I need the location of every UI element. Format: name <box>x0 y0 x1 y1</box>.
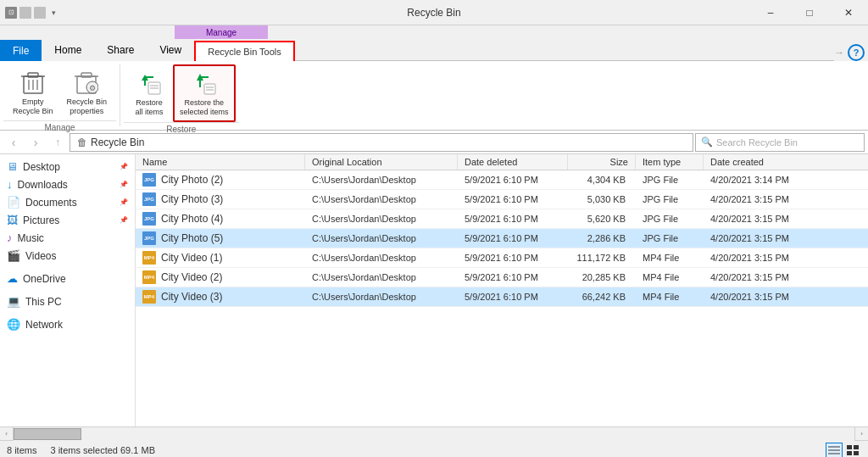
file-cell-size: 20,285 KB <box>568 270 636 285</box>
file-cell-size: 111,172 KB <box>568 250 636 265</box>
details-view-button[interactable] <box>826 443 843 458</box>
close-button[interactable]: ✕ <box>829 0 868 25</box>
search-icon: 🔍 <box>701 137 713 148</box>
sidebar-item-downloads[interactable]: ↓ Downloads 📌 <box>0 176 135 193</box>
file-cell-type: MP4 File <box>636 270 704 285</box>
manage-group-label: Manage <box>3 120 116 132</box>
recycle-properties-button[interactable]: ⚙ Recycle Binproperties <box>61 64 114 120</box>
file-cell-name: MP4 City Video (2) <box>136 268 305 287</box>
col-type[interactable]: Item type <box>636 154 704 170</box>
file-cell-size: 2,286 KB <box>568 231 636 246</box>
file-cell-created: 4/20/2021 3:15 PM <box>704 250 814 265</box>
file-cell-name: MP4 City Video (1) <box>136 248 305 267</box>
properties-icon: ⚙ <box>73 69 100 96</box>
file-cell-location: C:\Users\Jordan\Desktop <box>305 211 458 226</box>
empty-recycle-bin-button[interactable]: EmptyRecycle Bin <box>7 64 59 120</box>
sidebar-item-documents[interactable]: 📄 Documents 📌 <box>0 193 135 211</box>
file-cell-location: C:\Users\Jordan\Desktop <box>305 270 458 285</box>
table-row[interactable]: MP4 City Video (3) C:\Users\Jordan\Deskt… <box>136 287 868 307</box>
sidebar-item-network[interactable]: 🌐 Network <box>0 315 135 333</box>
col-size[interactable]: Size <box>568 154 636 170</box>
tab-share[interactable]: Share <box>94 39 147 61</box>
title-bar-icon-1: ⊡ <box>5 7 17 19</box>
ribbon-manage-group: EmptyRecycle Bin ⚙ Recycle Binproperties… <box>0 64 120 126</box>
tab-view[interactable]: View <box>147 39 194 61</box>
properties-label: Recycle Binproperties <box>67 98 108 116</box>
sidebar-item-thispc[interactable]: 💻 This PC <box>0 293 135 310</box>
search-box[interactable]: 🔍 Search Recycle Bin <box>695 133 865 152</box>
sidebar: 🖥 Desktop 📌 ↓ Downloads 📌 📄 Documents 📌 … <box>0 154 136 426</box>
sidebar-item-desktop[interactable]: 🖥 Desktop 📌 <box>0 158 135 176</box>
svg-rect-22 <box>847 445 852 449</box>
maximize-button[interactable]: □ <box>790 0 829 25</box>
file-cell-location: C:\Users\Jordan\Desktop <box>305 250 458 265</box>
file-cell-size: 5,030 KB <box>568 192 636 207</box>
title-bar-icon-2 <box>19 7 31 19</box>
sidebar-item-onedrive[interactable]: ☁ OneDrive <box>0 270 135 287</box>
file-cell-type: JPG File <box>636 192 704 207</box>
tab-home[interactable]: Home <box>42 39 94 61</box>
file-cell-size: 66,242 KB <box>568 289 636 304</box>
scroll-right-button[interactable]: › <box>854 427 868 441</box>
mp4-icon: MP4 <box>142 251 156 265</box>
restore-selected-button[interactable]: Restore theselected items <box>173 64 236 122</box>
mp4-icon: MP4 <box>142 290 156 304</box>
svg-rect-24 <box>847 451 852 455</box>
file-column-headers: Name Original Location Date deleted Size… <box>136 154 868 170</box>
restore-all-button[interactable]: Restoreall items <box>127 65 171 121</box>
manage-band: Manage <box>175 25 268 39</box>
table-row[interactable]: JPG City Photo (3) C:\Users\Jordan\Deskt… <box>136 190 868 209</box>
file-cell-size: 5,620 KB <box>568 211 636 226</box>
file-cell-deleted: 5/9/2021 6:10 PM <box>458 270 568 285</box>
file-cell-name: MP4 City Video (3) <box>136 287 305 306</box>
scroll-track-h[interactable] <box>14 427 854 441</box>
scroll-thumb-h[interactable] <box>14 428 81 440</box>
empty-icon <box>19 69 47 96</box>
sidebar-item-music[interactable]: ♪ Music <box>0 229 135 247</box>
svg-text:⚙: ⚙ <box>89 84 96 92</box>
file-cell-created: 4/20/2021 3:15 PM <box>704 192 814 207</box>
file-cell-type: JPG File <box>636 172 704 187</box>
address-path[interactable]: 🗑 Recycle Bin <box>70 133 693 152</box>
downloads-icon: ↓ <box>7 178 13 191</box>
quick-access-down[interactable]: ▾ <box>48 8 59 17</box>
ribbon-restore-group: Restoreall items Restore theselected ite <box>120 64 242 126</box>
minimize-button[interactable]: – <box>751 0 790 25</box>
file-cell-size: 4,304 KB <box>568 172 636 187</box>
music-icon: ♪ <box>7 231 13 244</box>
network-icon: 🌐 <box>7 318 20 331</box>
table-row[interactable]: JPG City Photo (2) C:\Users\Jordan\Deskt… <box>136 170 868 190</box>
file-area: Name Original Location Date deleted Size… <box>136 154 868 426</box>
sidebar-item-pictures[interactable]: 🖼 Pictures 📌 <box>0 211 135 229</box>
table-row[interactable]: JPG City Photo (5) C:\Users\Jordan\Deskt… <box>136 229 868 248</box>
col-name[interactable]: Name <box>136 154 305 170</box>
large-icons-view-button[interactable] <box>844 443 861 458</box>
scroll-left-button[interactable]: ‹ <box>0 427 14 441</box>
up-button[interactable]: ↑ <box>47 133 68 152</box>
col-created[interactable]: Date created <box>704 154 814 170</box>
back-button[interactable]: ‹ <box>3 133 24 152</box>
file-cell-type: MP4 File <box>636 250 704 265</box>
file-cell-name: JPG City Photo (5) <box>136 229 305 248</box>
tab-file[interactable]: File <box>0 40 42 61</box>
forward-button[interactable]: › <box>25 133 46 152</box>
tab-recycle-bin-tools[interactable]: Recycle Bin Tools <box>194 41 295 61</box>
title-bar-icon-3 <box>34 7 46 19</box>
restore-all-icon <box>136 70 163 97</box>
col-location[interactable]: Original Location <box>305 154 458 170</box>
sidebar-item-videos[interactable]: 🎬 Videos <box>0 247 135 265</box>
restore-selected-icon <box>191 70 218 97</box>
help-button[interactable]: ? <box>848 44 865 61</box>
table-row[interactable]: MP4 City Video (1) C:\Users\Jordan\Deskt… <box>136 248 868 268</box>
table-row[interactable]: MP4 City Video (2) C:\Users\Jordan\Deskt… <box>136 268 868 287</box>
file-cell-name: JPG City Photo (3) <box>136 190 305 209</box>
file-cell-deleted: 5/9/2021 6:10 PM <box>458 250 568 265</box>
nav-arrow-icon: → <box>834 47 844 59</box>
table-row[interactable]: JPG City Photo (4) C:\Users\Jordan\Deskt… <box>136 209 868 229</box>
col-deleted[interactable]: Date deleted <box>458 154 568 170</box>
file-cell-deleted: 5/9/2021 6:10 PM <box>458 289 568 304</box>
svg-rect-25 <box>854 451 859 455</box>
status-bar: 8 items 3 items selected 69.1 MB <box>0 440 868 457</box>
restore-selected-label: Restore theselected items <box>180 98 229 117</box>
file-cell-deleted: 5/9/2021 6:10 PM <box>458 192 568 207</box>
